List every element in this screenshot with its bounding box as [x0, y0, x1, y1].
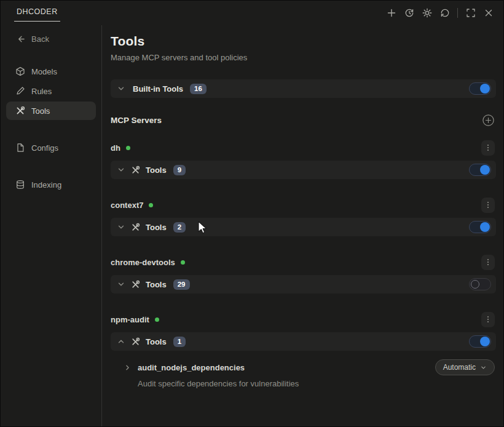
server-tools-row-npm-audit[interactable]: Tools 1	[111, 332, 496, 351]
tools-icon	[131, 337, 140, 346]
pencil-icon	[15, 86, 25, 96]
server-name: chrome-devtools	[111, 258, 175, 267]
add-server-button[interactable]	[482, 114, 495, 127]
tools-row-label: Tools	[146, 166, 167, 175]
mcp-servers-header: MCP Servers	[111, 114, 495, 127]
tools-panel: Tools Manage MCP servers and tool polici…	[102, 25, 503, 426]
titlebar: DHCODER	[1, 1, 503, 25]
chevron-down-icon	[117, 166, 125, 174]
tool-row-audit-nodejs-dependencies[interactable]: audit_nodejs_dependencies Automatic	[111, 359, 495, 376]
builtin-tools-label: Built-in Tools	[133, 84, 183, 94]
chevron-down-icon	[480, 364, 487, 371]
server-tools-row-dh[interactable]: Tools 9	[111, 161, 496, 179]
cube-icon	[15, 66, 25, 76]
arrow-left-icon	[16, 34, 25, 44]
gear-icon[interactable]	[422, 7, 432, 18]
back-button[interactable]: Back	[1, 33, 101, 45]
server-name: npm-audit	[111, 315, 149, 324]
page-subtitle: Manage MCP servers and tool policies	[111, 53, 496, 62]
plus-icon[interactable]	[386, 7, 396, 18]
chevron-down-icon	[117, 84, 125, 93]
page-title: Tools	[111, 34, 496, 49]
back-label: Back	[31, 34, 49, 44]
chevron-up-icon	[117, 337, 125, 346]
chevron-right-icon	[124, 364, 132, 372]
refresh-icon[interactable]	[439, 7, 450, 18]
server-row-dh: dh	[111, 139, 495, 156]
app-window: DHCODER	[0, 0, 504, 427]
server-tools-toggle[interactable]	[469, 335, 491, 348]
server-menu-button[interactable]	[481, 140, 495, 156]
sidebar-item-label: Configs	[31, 143, 58, 153]
server-menu-button[interactable]	[481, 312, 495, 327]
app-title-tab[interactable]: DHCODER	[14, 7, 60, 22]
sidebar-item-indexing[interactable]: Indexing	[6, 175, 96, 194]
sidebar-item-label: Tools	[31, 106, 50, 116]
tool-policy-value: Automatic	[443, 363, 476, 372]
tools-icon	[131, 280, 140, 289]
expand-icon[interactable]	[465, 7, 476, 18]
sidebar-item-rules[interactable]: Rules	[6, 82, 96, 100]
builtin-tools-toggle[interactable]	[469, 82, 491, 95]
sidebar-item-label: Models	[31, 67, 57, 76]
sidebar-item-tools[interactable]: Tools	[6, 102, 96, 120]
tool-description: Audit specific dependencies for vulnerab…	[111, 379, 496, 388]
server-name: dh	[111, 143, 120, 153]
chevron-down-icon	[117, 223, 125, 231]
server-name: context7	[111, 201, 143, 210]
server-tools-row-chrome-devtools[interactable]: Tools 29	[111, 275, 496, 293]
server-menu-button[interactable]	[481, 198, 495, 213]
status-dot-online	[181, 260, 185, 265]
titlebar-actions	[386, 7, 494, 18]
history-icon[interactable]	[404, 7, 414, 18]
server-row-context7: context7	[111, 196, 495, 214]
tool-name: audit_nodejs_dependencies	[138, 363, 245, 372]
sidebar: Back Models Rules Tools	[1, 25, 102, 426]
server-row-chrome-devtools: chrome-devtools	[111, 253, 495, 271]
builtin-tools-row[interactable]: Built-in Tools 16	[111, 79, 496, 98]
tools-icon	[131, 166, 140, 175]
tools-row-label: Tools	[146, 337, 167, 346]
tools-count-badge: 2	[173, 222, 186, 233]
status-dot-online	[155, 317, 159, 322]
titlebar-divider	[457, 8, 458, 18]
server-row-npm-audit: npm-audit	[111, 311, 495, 328]
server-tools-toggle[interactable]	[469, 164, 491, 176]
sidebar-item-models[interactable]: Models	[6, 62, 96, 81]
sidebar-item-configs[interactable]: Configs	[6, 138, 96, 157]
status-dot-online	[149, 203, 153, 207]
close-icon[interactable]	[483, 7, 494, 18]
file-icon	[15, 143, 25, 153]
tools-count-badge: 9	[173, 165, 186, 175]
tools-count-badge: 29	[173, 279, 190, 290]
database-icon	[15, 180, 25, 190]
tools-icon	[15, 106, 25, 116]
sidebar-item-label: Indexing	[31, 180, 61, 190]
tools-row-label: Tools	[146, 280, 167, 289]
server-tools-row-context7[interactable]: Tools 2	[111, 218, 496, 236]
mcp-servers-title: MCP Servers	[111, 116, 162, 125]
chevron-down-icon	[117, 280, 125, 289]
builtin-tools-count-badge: 16	[190, 84, 207, 94]
tools-row-label: Tools	[146, 223, 167, 232]
server-tools-toggle[interactable]	[469, 278, 491, 290]
tool-policy-dropdown[interactable]: Automatic	[435, 359, 495, 375]
sidebar-item-label: Rules	[31, 87, 52, 96]
status-dot-online	[126, 146, 130, 150]
tools-count-badge: 1	[173, 337, 186, 347]
server-tools-toggle[interactable]	[469, 221, 491, 233]
tools-icon	[131, 223, 140, 232]
server-menu-button[interactable]	[481, 255, 495, 270]
